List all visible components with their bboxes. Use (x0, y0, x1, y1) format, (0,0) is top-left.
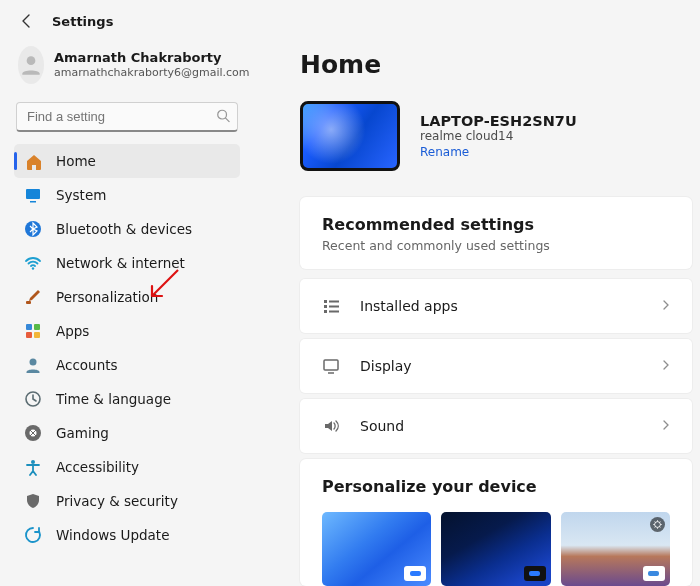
gaming-icon (24, 424, 42, 442)
person-icon (18, 52, 44, 78)
setting-row-list[interactable]: Installed apps (300, 279, 692, 333)
back-button[interactable] (18, 12, 36, 30)
theme-thumb-light[interactable] (322, 512, 431, 586)
chevron-right-icon (660, 358, 672, 374)
svg-point-6 (32, 267, 34, 269)
recommended-card: Recommended settings Recent and commonly… (300, 197, 692, 269)
recommended-sub: Recent and commonly used settings (322, 238, 670, 253)
sidebar-item-shield[interactable]: Privacy & security (14, 484, 240, 518)
sidebar-item-update[interactable]: Windows Update (14, 518, 240, 552)
device-thumbnail[interactable] (300, 101, 400, 171)
display-icon (320, 355, 342, 377)
svg-line-2 (226, 118, 230, 122)
svg-point-0 (27, 56, 36, 65)
svg-rect-22 (324, 360, 338, 370)
theme-thumb-dark[interactable] (441, 512, 550, 586)
sidebar-item-label: Time & language (56, 391, 171, 407)
personalize-card: Personalize your device (300, 459, 692, 586)
setting-label: Installed apps (360, 298, 642, 314)
svg-rect-7 (26, 301, 31, 304)
svg-rect-4 (30, 201, 36, 203)
theme-thumb-spotlight[interactable] (561, 512, 670, 586)
sidebar-item-gaming[interactable]: Gaming (14, 416, 240, 450)
sidebar: Amarnath Chakraborty amarnathchakraborty… (14, 38, 240, 586)
sidebar-item-clock[interactable]: Time & language (14, 382, 240, 416)
setting-row-sound[interactable]: Sound (300, 399, 692, 453)
wifi-icon (24, 254, 42, 272)
sidebar-item-access[interactable]: Accessibility (14, 450, 240, 484)
bluetooth-icon (24, 220, 42, 238)
brush-icon (24, 288, 42, 306)
sidebar-item-bluetooth[interactable]: Bluetooth & devices (14, 212, 240, 246)
svg-rect-19 (329, 306, 339, 308)
sidebar-item-label: Windows Update (56, 527, 169, 543)
sidebar-item-label: Accessibility (56, 459, 139, 475)
search-input[interactable] (16, 102, 238, 132)
system-icon (24, 186, 42, 204)
svg-rect-3 (26, 189, 40, 199)
sidebar-item-account[interactable]: Accounts (14, 348, 240, 382)
svg-rect-9 (34, 324, 40, 330)
sidebar-item-label: Network & internet (56, 255, 185, 271)
chevron-right-icon (660, 418, 672, 434)
svg-rect-21 (329, 311, 339, 313)
svg-point-15 (31, 460, 35, 464)
apps-icon (24, 322, 42, 340)
sidebar-item-label: Accounts (56, 357, 118, 373)
svg-rect-20 (324, 310, 327, 313)
nav-list: HomeSystemBluetooth & devicesNetwork & i… (14, 144, 240, 552)
rename-link[interactable]: Rename (420, 145, 577, 159)
svg-rect-16 (324, 300, 327, 303)
access-icon (24, 458, 42, 476)
spotlight-icon (650, 517, 665, 532)
svg-rect-17 (329, 301, 339, 303)
sidebar-item-label: Bluetooth & devices (56, 221, 192, 237)
sound-icon (320, 415, 342, 437)
sidebar-item-system[interactable]: System (14, 178, 240, 212)
sidebar-item-label: Apps (56, 323, 89, 339)
account-icon (24, 356, 42, 374)
sidebar-item-apps[interactable]: Apps (14, 314, 240, 348)
svg-point-12 (30, 359, 37, 366)
shield-icon (24, 492, 42, 510)
page-title: Home (300, 50, 692, 79)
sidebar-item-label: Gaming (56, 425, 109, 441)
device-subtitle: realme cloud14 (420, 129, 577, 143)
sidebar-item-brush[interactable]: Personalization (14, 280, 240, 314)
sidebar-item-label: Home (56, 153, 96, 169)
sidebar-item-home[interactable]: Home (14, 144, 240, 178)
setting-row-display[interactable]: Display (300, 339, 692, 393)
search-icon (216, 109, 230, 126)
setting-label: Display (360, 358, 642, 374)
sidebar-item-label: Personalization (56, 289, 158, 305)
svg-rect-8 (26, 324, 32, 330)
personalize-title: Personalize your device (322, 477, 670, 496)
svg-rect-10 (26, 332, 32, 338)
list-icon (320, 295, 342, 317)
device-block: LAPTOP-ESH2SN7U realme cloud14 Rename (300, 101, 692, 171)
svg-rect-18 (324, 305, 327, 308)
sidebar-item-label: System (56, 187, 106, 203)
clock-icon (24, 390, 42, 408)
setting-label: Sound (360, 418, 642, 434)
main-content: Home LAPTOP-ESH2SN7U realme cloud14 Rena… (244, 38, 700, 586)
sidebar-item-label: Privacy & security (56, 493, 178, 509)
device-name: LAPTOP-ESH2SN7U (420, 113, 577, 129)
home-icon (24, 152, 42, 170)
sidebar-item-wifi[interactable]: Network & internet (14, 246, 240, 280)
avatar (18, 46, 44, 84)
svg-point-1 (218, 110, 227, 119)
profile-block[interactable]: Amarnath Chakraborty amarnathchakraborty… (14, 38, 240, 98)
back-arrow-icon (19, 13, 35, 29)
chevron-right-icon (660, 298, 672, 314)
recommended-title: Recommended settings (322, 215, 670, 234)
app-title: Settings (52, 14, 113, 29)
update-icon (24, 526, 42, 544)
profile-name: Amarnath Chakraborty (54, 50, 250, 66)
svg-rect-11 (34, 332, 40, 338)
profile-email: amarnathchakraborty6@gmail.com (54, 66, 250, 80)
